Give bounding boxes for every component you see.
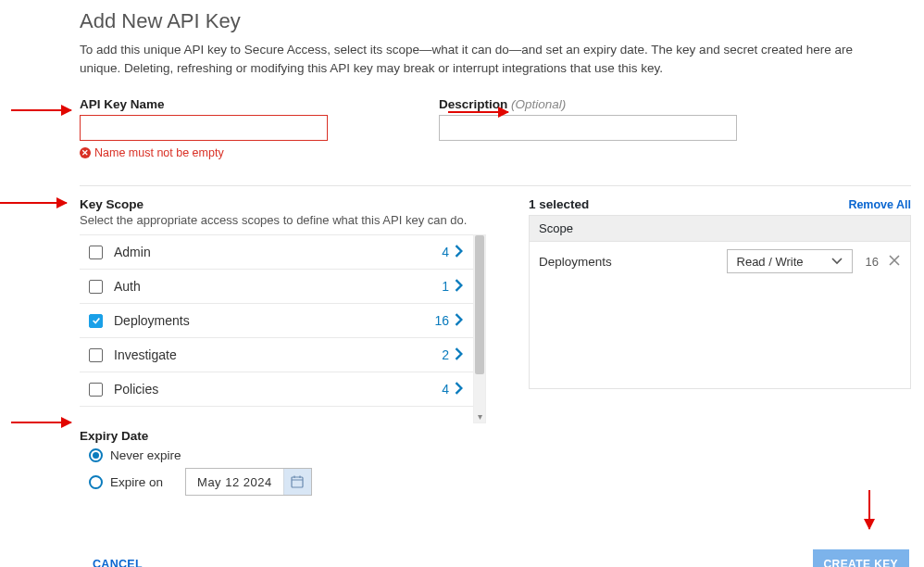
cancel-button[interactable]: CANCEL bbox=[93, 558, 143, 567]
page-intro: To add this unique API key to Secure Acc… bbox=[80, 41, 876, 77]
calendar-icon[interactable] bbox=[283, 469, 311, 495]
close-icon bbox=[888, 254, 901, 267]
chevron-down-icon bbox=[831, 258, 843, 265]
description-input[interactable] bbox=[439, 115, 737, 141]
scope-item-auth[interactable]: Auth 1 bbox=[80, 270, 473, 304]
annotation-arrow bbox=[0, 202, 67, 204]
checkbox-icon[interactable] bbox=[89, 246, 103, 259]
selected-count: 1 selected bbox=[529, 197, 589, 211]
scope-item-admin[interactable]: Admin 4 bbox=[80, 235, 473, 270]
api-key-name-error: ✕ Name must not be empty bbox=[80, 146, 328, 159]
annotation-arrow bbox=[11, 109, 71, 111]
expiry-title: Expiry Date bbox=[80, 429, 911, 443]
never-expire-label: Never expire bbox=[110, 448, 181, 462]
chevron-right-icon bbox=[455, 347, 464, 363]
key-scope-subtitle: Select the appropriate access scopes to … bbox=[80, 213, 473, 227]
create-key-button[interactable]: CREATE KEY bbox=[813, 549, 909, 567]
selected-scope-header: Scope bbox=[530, 216, 910, 242]
api-key-name-input[interactable] bbox=[80, 115, 328, 141]
checkbox-icon[interactable] bbox=[89, 383, 103, 397]
chevron-right-icon bbox=[455, 279, 464, 295]
remove-scope-button[interactable] bbox=[888, 254, 901, 270]
page-title: Add New API Key bbox=[80, 9, 911, 33]
annotation-arrow bbox=[868, 490, 870, 529]
annotation-arrow bbox=[11, 422, 71, 423]
scroll-down-icon[interactable]: ▾ bbox=[474, 410, 485, 422]
api-key-name-label: API Key Name bbox=[80, 97, 328, 111]
scope-item-policies[interactable]: Policies 4 bbox=[80, 372, 473, 407]
remove-all-button[interactable]: Remove All bbox=[848, 198, 911, 211]
radio-never-expire[interactable] bbox=[89, 448, 103, 462]
key-scope-title: Key Scope bbox=[80, 197, 473, 211]
svg-rect-0 bbox=[292, 477, 303, 487]
checkbox-icon[interactable] bbox=[89, 280, 103, 294]
scope-item-investigate[interactable]: Investigate 2 bbox=[80, 338, 473, 372]
checkbox-icon[interactable] bbox=[89, 348, 103, 362]
expiry-date-input[interactable]: May 12 2024 bbox=[185, 468, 312, 496]
permission-select[interactable]: Read / Write bbox=[727, 249, 853, 273]
scrollbar[interactable]: ▾ bbox=[473, 234, 486, 423]
chevron-right-icon bbox=[455, 313, 464, 329]
description-label: Description (Optional) bbox=[439, 97, 737, 111]
checkbox-icon[interactable] bbox=[89, 314, 103, 328]
expire-on-label: Expire on bbox=[110, 475, 163, 489]
radio-expire-on[interactable] bbox=[89, 475, 103, 489]
divider bbox=[80, 185, 911, 186]
error-icon: ✕ bbox=[80, 147, 91, 158]
annotation-arrow bbox=[448, 111, 508, 113]
chevron-right-icon bbox=[455, 245, 464, 260]
selected-scope-table: Scope Deployments Read / Write 16 bbox=[529, 215, 911, 389]
scope-item-deployments[interactable]: Deployments 16 bbox=[80, 304, 473, 338]
chevron-right-icon bbox=[455, 382, 464, 397]
scrollbar-thumb[interactable] bbox=[475, 235, 484, 374]
selected-scope-row: Deployments Read / Write 16 bbox=[530, 242, 910, 281]
